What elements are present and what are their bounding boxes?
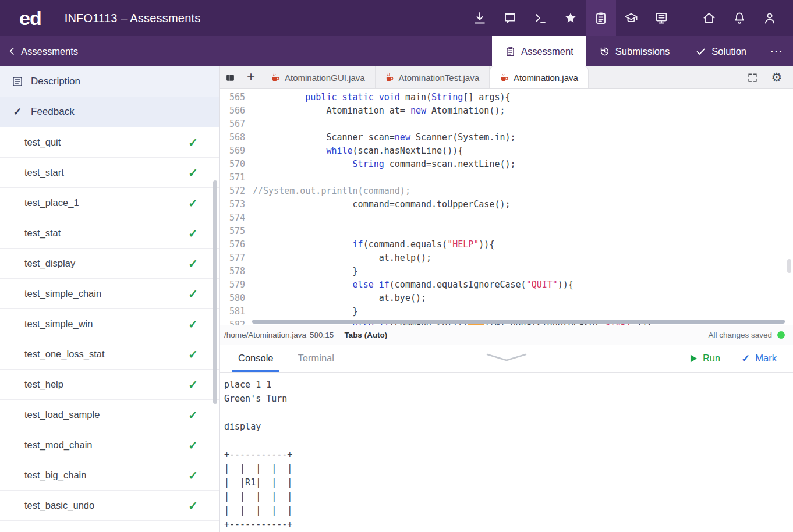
star-icon[interactable] (555, 0, 586, 36)
line-number: 579 (220, 278, 253, 292)
code-line[interactable]: 571 (220, 171, 793, 185)
more-menu-button[interactable]: ⋯ (759, 36, 793, 66)
line-number: 571 (220, 171, 253, 185)
editor-vertical-scrollbar[interactable] (787, 259, 791, 273)
tabs-mode-setting[interactable]: Tabs (Auto) (344, 331, 387, 339)
test-name: test_one_loss_stat (24, 349, 105, 360)
file-tab-label: Atomination.java (514, 73, 578, 83)
download-icon[interactable] (465, 0, 495, 36)
code-line[interactable]: 569 while(scan.hasNextLine()){ (220, 144, 793, 158)
test-passed-check-icon: ✓ (188, 408, 198, 422)
lessons-icon[interactable] (616, 0, 646, 36)
settings-gear-icon[interactable]: ⚙ (766, 70, 787, 84)
slides-icon[interactable] (646, 0, 677, 36)
test-name: test_mod_chain (24, 439, 93, 451)
sidebar-item-description[interactable]: Description (0, 66, 219, 97)
file-tab-label: AtominationGUI.java (285, 73, 365, 83)
java-file-icon (271, 73, 280, 83)
editor-horizontal-scrollbar[interactable] (252, 320, 785, 324)
file-tab-atominationgui[interactable]: AtominationGUI.java (261, 66, 376, 88)
test-list: test_quit✓test_start✓test_place_1✓test_s… (0, 127, 219, 532)
new-file-button[interactable]: + (240, 66, 261, 88)
line-number: 580 (220, 292, 253, 305)
code-line[interactable]: 576 if(command.equals("HELP")){ (220, 238, 793, 251)
code-line[interactable]: 577 at.help(); (220, 251, 793, 265)
panel-toggle-icon[interactable] (220, 66, 240, 88)
topbar: ed INFO1113 – Assessments (0, 0, 793, 36)
sidebar-item-feedback[interactable]: ✓ Feedback (0, 97, 219, 127)
line-content: } (253, 265, 358, 278)
test-name: test_display (24, 258, 75, 269)
test-row[interactable]: test_simple_chain✓ (0, 279, 219, 309)
test-row[interactable]: test_big_chain✓ (0, 460, 219, 491)
code-line[interactable]: 574 (220, 211, 793, 225)
course-title: INFO1113 – Assessments (65, 12, 201, 25)
notifications-icon[interactable] (724, 0, 755, 36)
tab-terminal[interactable]: Terminal (292, 345, 340, 372)
test-row[interactable]: test_start✓ (0, 158, 219, 188)
line-number: 574 (220, 211, 253, 225)
code-line[interactable]: 581 } (220, 305, 793, 318)
test-name: test_quit (24, 137, 61, 148)
test-row[interactable]: test_mod_chain✓ (0, 430, 219, 460)
file-tab-atomination[interactable]: Atomination.java (490, 66, 589, 88)
tab-console[interactable]: Console (232, 345, 279, 372)
test-row[interactable]: test_place_1✓ (0, 188, 219, 218)
test-row[interactable]: test_simple_win✓ (0, 309, 219, 339)
sidebar-scrollbar[interactable] (213, 180, 217, 404)
terminal-icon[interactable] (525, 0, 555, 36)
code-editor[interactable]: 565 public static void main(String[] arg… (220, 89, 793, 325)
code-line[interactable]: 579 else if(command.equalsIgnoreCase("QU… (220, 278, 793, 292)
code-line[interactable]: 578 } (220, 265, 793, 278)
discussion-icon[interactable] (495, 0, 525, 36)
line-number: 567 (220, 118, 253, 131)
back-to-assessments-link[interactable]: Assessments (7, 36, 78, 66)
editor-tabbar-actions: ⚙ (742, 66, 793, 88)
tab-assessment[interactable]: Assessment (492, 36, 586, 66)
file-tab-label: AtominationTest.java (399, 73, 479, 83)
test-passed-check-icon: ✓ (188, 469, 198, 483)
profile-icon[interactable] (755, 0, 785, 36)
tab-submissions[interactable]: Submissions (586, 36, 683, 66)
fullscreen-icon[interactable] (742, 72, 763, 83)
tab-solution[interactable]: Solution (682, 36, 759, 66)
test-passed-check-icon: ✓ (188, 438, 198, 452)
line-content: while(scan.hasNextLine()){ (253, 144, 463, 158)
test-row[interactable]: test_basic_undo✓ (0, 491, 219, 521)
line-number: 577 (220, 251, 253, 265)
line-content: } (253, 305, 358, 318)
code-line[interactable]: 570 String command=scan.nextLine(); (220, 158, 793, 171)
clipboard-icon (505, 46, 516, 57)
test-row[interactable]: test_display✓ (0, 249, 219, 279)
tab-console-label: Console (238, 353, 274, 364)
test-row[interactable]: test_help✓ (0, 370, 219, 400)
line-number: 582 (220, 318, 253, 325)
code-line[interactable]: 572//System.out.println(command); (220, 185, 793, 198)
main-panel: + AtominationGUI.java AtominationTest.ja… (220, 66, 793, 532)
test-row[interactable]: test_one_loss_stat✓ (0, 339, 219, 370)
code-line[interactable]: 573 command=command.toUpperCase(); (220, 198, 793, 211)
editor-statusbar: /home/Atomination.java 580:15 Tabs (Auto… (220, 325, 793, 345)
collapse-panel-handle[interactable] (486, 353, 527, 364)
code-line[interactable]: 565 public static void main(String[] arg… (220, 91, 793, 104)
console-actions: Run ✓ Mark (690, 345, 793, 372)
test-passed-check-icon: ✓ (188, 136, 198, 150)
test-row[interactable]: test_load_sample✓ (0, 400, 219, 430)
ed-logo[interactable]: ed (19, 7, 41, 30)
test-row[interactable]: test_quit✓ (0, 127, 219, 158)
assessment-icon[interactable] (586, 0, 616, 36)
test-row[interactable]: test_stat✓ (0, 218, 219, 249)
code-line[interactable]: 568 Scanner scan=new Scanner(System.in); (220, 131, 793, 144)
mark-button[interactable]: ✓ Mark (741, 352, 777, 365)
code-line[interactable]: 566 Atomination at= new Atomination(); (220, 104, 793, 118)
code-line[interactable]: 580 at.bye(); (220, 292, 793, 305)
line-content: command=command.toUpperCase(); (253, 198, 511, 211)
run-button[interactable]: Run (690, 353, 720, 364)
code-line[interactable]: 567 (220, 118, 793, 131)
test-row[interactable]: test_comp_undo✓ (0, 521, 219, 532)
home-icon[interactable] (694, 0, 724, 36)
line-number: 573 (220, 198, 253, 211)
code-line[interactable]: 575 (220, 225, 793, 238)
file-tab-atominationtest[interactable]: AtominationTest.java (376, 66, 490, 88)
line-content: String command=scan.nextLine(); (253, 158, 516, 171)
